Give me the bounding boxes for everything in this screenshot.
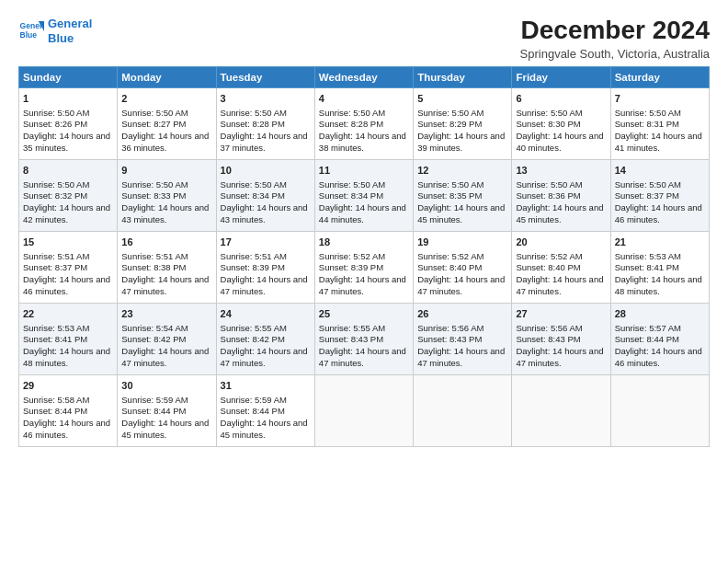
- table-row: 26 Sunrise: 5:56 AM Sunset: 8:43 PM Dayl…: [414, 303, 512, 374]
- table-row: 12 Sunrise: 5:50 AM Sunset: 8:35 PM Dayl…: [414, 159, 512, 231]
- day-number: 23: [121, 307, 211, 321]
- sunrise: Sunrise: 5:50 AM: [319, 179, 385, 190]
- calendar-title: December 2024: [520, 17, 710, 45]
- daylight: Daylight: 14 hours and 47 minutes.: [221, 346, 308, 368]
- table-row: [314, 374, 413, 446]
- sunset: Sunset: 8:39 PM: [319, 262, 383, 272]
- title-block: December 2024 Springvale South, Victoria…: [520, 17, 710, 61]
- sunset: Sunset: 8:44 PM: [23, 406, 87, 416]
- day-number: 26: [417, 307, 507, 321]
- sunset: Sunset: 8:34 PM: [319, 190, 383, 201]
- day-number: 5: [417, 92, 507, 106]
- sunset: Sunset: 8:34 PM: [221, 190, 285, 201]
- sunrise: Sunrise: 5:55 AM: [221, 323, 287, 333]
- daylight: Daylight: 14 hours and 47 minutes.: [516, 274, 603, 296]
- col-saturday: Saturday: [610, 66, 709, 87]
- day-number: 21: [615, 236, 705, 249]
- table-row: 31 Sunrise: 5:59 AM Sunset: 8:44 PM Dayl…: [216, 374, 314, 446]
- sunset: Sunset: 8:29 PM: [417, 119, 482, 129]
- daylight: Daylight: 14 hours and 48 minutes.: [615, 274, 702, 296]
- sunset: Sunset: 8:28 PM: [319, 119, 383, 129]
- calendar-table: Sunday Monday Tuesday Wednesday Thursday…: [18, 66, 710, 447]
- day-number: 3: [221, 92, 311, 106]
- daylight: Daylight: 14 hours and 46 minutes.: [615, 202, 702, 224]
- col-thursday: Thursday: [414, 66, 512, 87]
- daylight: Daylight: 14 hours and 47 minutes.: [516, 346, 603, 368]
- daylight: Daylight: 14 hours and 35 minutes.: [23, 131, 110, 153]
- day-number: 22: [23, 307, 113, 321]
- table-row: 10 Sunrise: 5:50 AM Sunset: 8:34 PM Dayl…: [216, 159, 314, 231]
- daylight: Daylight: 14 hours and 47 minutes.: [221, 274, 308, 296]
- day-number: 29: [23, 379, 113, 393]
- sunrise: Sunrise: 5:51 AM: [23, 251, 89, 261]
- sunset: Sunset: 8:26 PM: [23, 119, 87, 129]
- daylight: Daylight: 14 hours and 44 minutes.: [319, 202, 406, 224]
- col-wednesday: Wednesday: [314, 66, 413, 87]
- sunrise: Sunrise: 5:50 AM: [23, 108, 89, 118]
- svg-text:Blue: Blue: [20, 30, 38, 40]
- day-number: 10: [221, 164, 311, 178]
- table-row: 17 Sunrise: 5:51 AM Sunset: 8:39 PM Dayl…: [216, 231, 314, 303]
- table-row: 11 Sunrise: 5:50 AM Sunset: 8:34 PM Dayl…: [314, 159, 413, 231]
- day-number: 16: [121, 236, 211, 249]
- table-row: 8 Sunrise: 5:50 AM Sunset: 8:32 PM Dayli…: [19, 159, 118, 231]
- calendar-subtitle: Springvale South, Victoria, Australia: [520, 47, 710, 61]
- sunset: Sunset: 8:40 PM: [417, 262, 482, 272]
- day-number: 19: [417, 236, 507, 249]
- sunset: Sunset: 8:38 PM: [121, 262, 186, 272]
- sunset: Sunset: 8:43 PM: [516, 334, 580, 344]
- sunset: Sunset: 8:28 PM: [221, 119, 285, 129]
- day-number: 15: [23, 236, 113, 249]
- sunrise: Sunrise: 5:50 AM: [516, 108, 582, 118]
- sunrise: Sunrise: 5:59 AM: [221, 395, 287, 405]
- daylight: Daylight: 14 hours and 43 minutes.: [121, 202, 209, 224]
- daylight: Daylight: 14 hours and 45 minutes.: [221, 418, 308, 440]
- table-row: 22 Sunrise: 5:53 AM Sunset: 8:41 PM Dayl…: [19, 303, 118, 374]
- daylight: Daylight: 14 hours and 45 minutes.: [516, 202, 603, 224]
- daylight: Daylight: 14 hours and 47 minutes.: [319, 274, 406, 296]
- day-number: 25: [319, 307, 409, 321]
- calendar-week-1: 1 Sunrise: 5:50 AM Sunset: 8:26 PM Dayli…: [19, 87, 710, 159]
- daylight: Daylight: 14 hours and 37 minutes.: [221, 131, 308, 153]
- daylight: Daylight: 14 hours and 43 minutes.: [221, 202, 308, 224]
- day-number: 30: [121, 379, 211, 393]
- table-row: 16 Sunrise: 5:51 AM Sunset: 8:38 PM Dayl…: [118, 231, 216, 303]
- sunset: Sunset: 8:41 PM: [615, 262, 679, 272]
- sunset: Sunset: 8:31 PM: [615, 119, 679, 129]
- table-row: 23 Sunrise: 5:54 AM Sunset: 8:42 PM Dayl…: [118, 303, 216, 374]
- header-row: Sunday Monday Tuesday Wednesday Thursday…: [19, 66, 710, 87]
- daylight: Daylight: 14 hours and 45 minutes.: [417, 202, 505, 224]
- table-row: 5 Sunrise: 5:50 AM Sunset: 8:29 PM Dayli…: [414, 87, 512, 159]
- day-number: 13: [516, 164, 606, 178]
- sunrise: Sunrise: 5:54 AM: [121, 323, 188, 333]
- day-number: 14: [615, 164, 705, 178]
- col-sunday: Sunday: [19, 66, 118, 87]
- sunset: Sunset: 8:40 PM: [516, 262, 580, 272]
- sunrise: Sunrise: 5:59 AM: [121, 395, 188, 405]
- daylight: Daylight: 14 hours and 46 minutes.: [23, 418, 110, 440]
- sunset: Sunset: 8:37 PM: [23, 262, 87, 272]
- sunrise: Sunrise: 5:51 AM: [121, 251, 188, 261]
- day-number: 20: [516, 236, 606, 249]
- sunrise: Sunrise: 5:50 AM: [221, 179, 287, 190]
- sunset: Sunset: 8:41 PM: [23, 334, 87, 344]
- day-number: 31: [221, 379, 311, 393]
- daylight: Daylight: 14 hours and 47 minutes.: [417, 274, 505, 296]
- sunset: Sunset: 8:33 PM: [121, 190, 186, 201]
- day-number: 9: [121, 164, 211, 178]
- sunrise: Sunrise: 5:58 AM: [23, 395, 89, 405]
- day-number: 11: [319, 164, 409, 178]
- daylight: Daylight: 14 hours and 39 minutes.: [417, 131, 505, 153]
- sunset: Sunset: 8:30 PM: [516, 119, 580, 129]
- daylight: Daylight: 14 hours and 45 minutes.: [121, 418, 209, 440]
- sunrise: Sunrise: 5:50 AM: [319, 108, 385, 118]
- sunset: Sunset: 8:42 PM: [121, 334, 186, 344]
- sunset: Sunset: 8:39 PM: [221, 262, 285, 272]
- table-row: [414, 374, 512, 446]
- calendar-week-3: 15 Sunrise: 5:51 AM Sunset: 8:37 PM Dayl…: [19, 231, 710, 303]
- daylight: Daylight: 14 hours and 47 minutes.: [417, 346, 505, 368]
- daylight: Daylight: 14 hours and 40 minutes.: [516, 131, 603, 153]
- table-row: 30 Sunrise: 5:59 AM Sunset: 8:44 PM Dayl…: [118, 374, 216, 446]
- daylight: Daylight: 14 hours and 41 minutes.: [615, 131, 702, 153]
- table-row: 21 Sunrise: 5:53 AM Sunset: 8:41 PM Dayl…: [610, 231, 709, 303]
